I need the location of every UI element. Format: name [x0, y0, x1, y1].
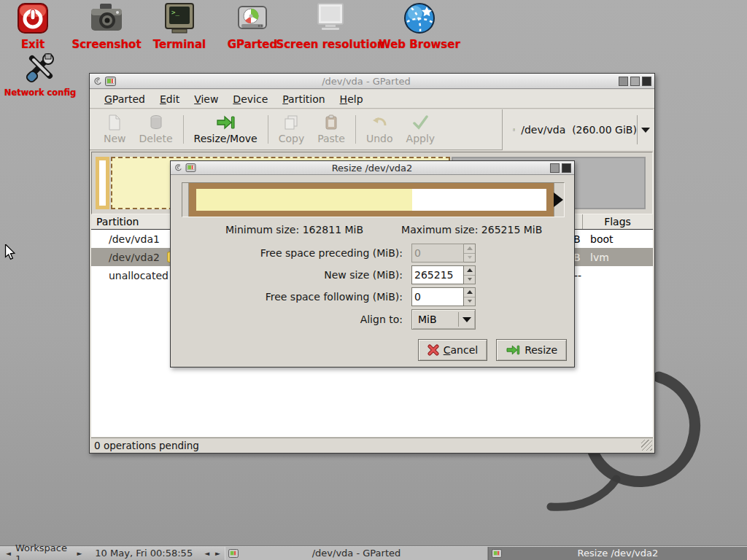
tool-label: Undo	[366, 133, 393, 144]
menu-label: Help	[340, 93, 363, 105]
align-to-dropdown[interactable]: MiB	[411, 309, 476, 330]
tool-label: New	[104, 133, 126, 144]
camera-icon	[90, 1, 123, 35]
partition-name: /dev/vda2	[91, 252, 160, 263]
delete-icon	[148, 114, 164, 131]
menu-gparted[interactable]: GParted	[97, 91, 152, 107]
gparted-app-icon	[105, 77, 116, 86]
column-header-flags[interactable]: Flags	[582, 214, 652, 229]
main-window-titlebar[interactable]: /dev/vda - GParted	[90, 74, 654, 89]
desktop-icon-web-browser[interactable]: Web Browser	[371, 1, 468, 51]
resize-partition-frame	[189, 183, 554, 217]
window-resize-grip[interactable]	[641, 440, 652, 451]
copy-button[interactable]: Copy	[272, 109, 311, 149]
new-partition-button[interactable]: New	[97, 109, 133, 149]
free-space-preceding-row: Free space preceding (MiB):	[171, 243, 476, 263]
spin-up-button[interactable]	[464, 288, 475, 297]
minimize-button[interactable]	[619, 77, 628, 86]
partition-box-vda1[interactable]	[96, 157, 109, 209]
device-selector[interactable]: /dev/vda (260.00 GiB)	[502, 109, 654, 150]
spin-down-button[interactable]	[464, 297, 475, 306]
resize-left-handle[interactable]	[182, 183, 189, 217]
new-size-spinbox	[411, 265, 476, 284]
tasklist-prev-icon[interactable]: ◄	[204, 550, 209, 557]
desktop-icon-network-config[interactable]: Network config	[0, 51, 80, 98]
flags-value: boot	[590, 233, 614, 245]
spin-down-button	[464, 253, 475, 262]
gparted-app-icon	[228, 549, 239, 558]
free-space-preceding-label: Free space preceding (MiB):	[171, 247, 411, 259]
tool-label: Resize/Move	[194, 133, 258, 144]
maximize-button[interactable]	[630, 77, 640, 86]
desktop-icon-screenshot[interactable]: Screenshot	[63, 1, 150, 51]
delete-partition-button[interactable]: Delete	[133, 109, 179, 149]
resize-confirm-button[interactable]: Resize	[496, 339, 567, 361]
desktop-icon-label: Exit	[21, 38, 44, 51]
close-button[interactable]	[642, 77, 651, 86]
workspace-prev-icon[interactable]: ◄	[6, 550, 11, 557]
desktop-icon-terminal[interactable]: >_ Terminal	[143, 1, 216, 51]
copy-icon	[283, 114, 299, 131]
resize-label: Resize	[525, 344, 557, 356]
tools-icon	[23, 51, 57, 85]
resize-move-button[interactable]: Resize/Move	[187, 109, 264, 149]
device-selector-value: /dev/vda (260.00 GiB)	[521, 124, 637, 136]
minimum-size-label: Minimum size: 162811 MiB	[225, 224, 363, 236]
spin-down-button[interactable]	[464, 275, 475, 284]
align-to-value: MiB	[412, 314, 458, 325]
align-to-label: Align to:	[171, 314, 411, 325]
cancel-button[interactable]: Cancel	[418, 339, 487, 361]
resize-dialog: Resize /dev/vda2 Minimum size: 162811 Mi…	[170, 160, 575, 368]
workspace-next-icon[interactable]: ►	[77, 550, 82, 557]
resize-slider	[182, 182, 565, 217]
tasklist-next-icon[interactable]: ►	[215, 550, 220, 557]
menu-device[interactable]: Device	[225, 91, 275, 107]
window-menu-swirl-icon[interactable]	[174, 163, 182, 172]
workspace-label[interactable]: Workspace 1	[15, 542, 73, 560]
desktop-icon-label: Screen resolution	[276, 38, 384, 51]
resize-arrow-icon[interactable]	[554, 192, 563, 207]
tool-label: Apply	[406, 133, 436, 144]
dialog-titlebar[interactable]: Resize /dev/vda2	[171, 161, 574, 175]
new-size-input[interactable]	[411, 265, 464, 284]
menu-help[interactable]: Help	[333, 91, 371, 107]
task-title: /dev/vda - GParted	[225, 548, 487, 559]
undo-button[interactable]: Undo	[360, 109, 400, 149]
partition-name: /dev/vda1	[91, 233, 160, 245]
menu-edit[interactable]: Edit	[152, 91, 187, 107]
globe-icon	[403, 1, 436, 35]
menu-view[interactable]: View	[187, 91, 225, 107]
menubar: GParted Edit View Device Partition Help	[90, 90, 654, 109]
taskbar-item-gparted[interactable]: /dev/vda - GParted	[225, 547, 488, 560]
window-menu-swirl-icon[interactable]	[93, 77, 102, 86]
menu-partition[interactable]: Partition	[275, 91, 332, 107]
desktop-icon-label: GParted	[228, 38, 278, 51]
spin-up-button	[464, 244, 475, 253]
apply-button[interactable]: Apply	[400, 109, 442, 149]
dialog-button-row: Cancel Resize	[418, 339, 567, 361]
spin-up-button[interactable]	[464, 266, 475, 275]
toolbar-separator	[183, 115, 184, 144]
desktop-icon-screen-resolution[interactable]: Screen resolution	[279, 1, 382, 51]
free-space-preceding-spinbox	[411, 244, 476, 262]
dialog-close-button[interactable]	[562, 163, 571, 173]
gparted-app-icon	[492, 549, 502, 558]
operations-pending-text: 0 operations pending	[94, 440, 199, 451]
main-window-title: /dev/vda - GParted	[116, 76, 616, 87]
free-space-following-input[interactable]	[411, 287, 464, 306]
taskbar: ◄ Workspace 1 ► 10 May, Fri 00:58:55 ◄ ►…	[0, 545, 747, 560]
resize-used-space	[196, 189, 412, 211]
paste-button[interactable]: Paste	[311, 109, 352, 149]
cancel-label: Cancel	[444, 344, 478, 356]
chevron-down-icon	[459, 317, 475, 322]
column-header-partition[interactable]: Partition	[91, 216, 139, 228]
toolbar-separator	[268, 115, 268, 144]
taskbar-item-resize-dialog[interactable]: Resize /dev/vda2	[488, 547, 747, 560]
resize-right-handle[interactable]	[554, 183, 564, 217]
dialog-maximize-button[interactable]	[550, 163, 560, 173]
tasklist-scroll: ◄ ►	[200, 550, 225, 557]
dialog-title: Resize /dev/vda2	[196, 163, 548, 174]
flags-value: lvm	[590, 252, 609, 263]
free-space-preceding-input	[411, 244, 464, 262]
desktop-icon-exit[interactable]: Exit	[4, 1, 62, 51]
